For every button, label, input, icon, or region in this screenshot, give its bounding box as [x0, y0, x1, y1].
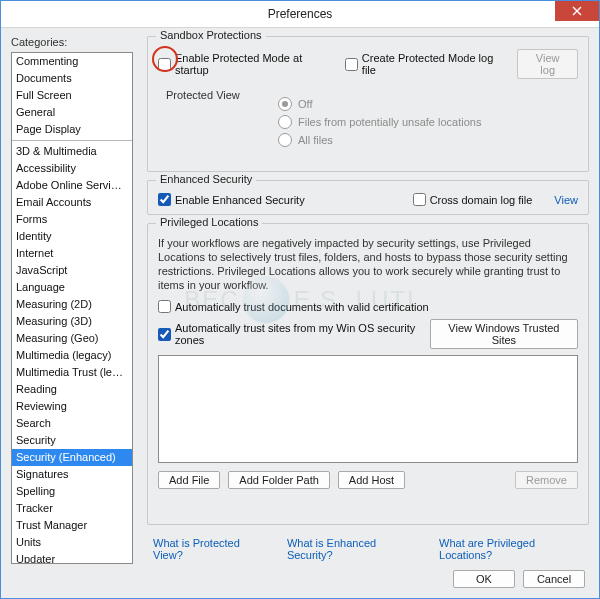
categories-label: Categories:: [11, 36, 139, 48]
category-item[interactable]: General: [12, 104, 132, 121]
ok-button[interactable]: OK: [453, 570, 515, 588]
protected-view-label: Protected View: [166, 89, 256, 101]
category-item[interactable]: Page Display: [12, 121, 132, 138]
close-icon: [572, 6, 582, 16]
category-item[interactable]: Language: [12, 279, 132, 296]
radio-icon: [278, 97, 292, 111]
protected-view-option[interactable]: Off: [278, 95, 481, 113]
add-file-button[interactable]: Add File: [158, 471, 220, 489]
dialog-body: Categories: CommentingDocumentsFull Scre…: [1, 28, 599, 564]
category-item[interactable]: Signatures: [12, 466, 132, 483]
category-item[interactable]: Internet: [12, 245, 132, 262]
enhanced-group-label: Enhanced Security: [156, 173, 256, 185]
dialog-footer: OK Cancel: [453, 570, 585, 588]
category-item[interactable]: Trust Manager: [12, 517, 132, 534]
what-is-enhanced-security-link[interactable]: What is Enhanced Security?: [287, 537, 423, 561]
privileged-locations-group: Privileged Locations If your workflows a…: [147, 223, 589, 525]
cross-domain-log-checkbox[interactable]: Cross domain log file: [413, 193, 533, 206]
radio-icon: [278, 133, 292, 147]
auto-trust-cert-label: Automatically trust documents with valid…: [175, 301, 429, 313]
category-item[interactable]: Documents: [12, 70, 132, 87]
help-links-row: What is Protected View? What is Enhanced…: [147, 533, 589, 561]
categories-pane: Categories: CommentingDocumentsFull Scre…: [1, 28, 139, 564]
enable-enhanced-security-checkbox[interactable]: Enable Enhanced Security: [158, 193, 305, 206]
category-item[interactable]: Email Accounts: [12, 194, 132, 211]
enable-protected-mode-label: Enable Protected Mode at startup: [175, 52, 327, 76]
category-item[interactable]: Multimedia (legacy): [12, 347, 132, 364]
protected-view-option[interactable]: Files from potentially unsafe locations: [278, 113, 481, 131]
auto-trust-os-checkbox[interactable]: Automatically trust sites from my Win OS…: [158, 322, 422, 346]
category-item[interactable]: Accessibility: [12, 160, 132, 177]
window-title: Preferences: [268, 7, 333, 21]
what-are-privileged-locations-link[interactable]: What are Privileged Locations?: [439, 537, 589, 561]
view-log-button[interactable]: View log: [517, 49, 578, 79]
category-item[interactable]: JavaScript: [12, 262, 132, 279]
what-is-protected-view-link[interactable]: What is Protected View?: [153, 537, 271, 561]
protected-view-option-label: Off: [298, 98, 312, 110]
category-item[interactable]: Multimedia Trust (legacy): [12, 364, 132, 381]
protected-view-option[interactable]: All files: [278, 131, 481, 149]
settings-pane: Sandbox Protections Enable Protected Mod…: [139, 28, 599, 564]
category-item[interactable]: Search: [12, 415, 132, 432]
category-item[interactable]: Measuring (Geo): [12, 330, 132, 347]
privileged-group-label: Privileged Locations: [156, 216, 262, 228]
categories-listbox[interactable]: CommentingDocumentsFull ScreenGeneralPag…: [11, 52, 133, 564]
category-item[interactable]: Identity: [12, 228, 132, 245]
enhanced-security-group: Enhanced Security Enable Enhanced Securi…: [147, 180, 589, 215]
auto-trust-os-label: Automatically trust sites from my Win OS…: [175, 322, 422, 346]
cross-domain-log-label: Cross domain log file: [430, 194, 533, 206]
category-item[interactable]: Updater: [12, 551, 132, 564]
category-item[interactable]: Measuring (2D): [12, 296, 132, 313]
create-pm-log-checkbox[interactable]: Create Protected Mode log file: [345, 52, 500, 76]
view-trusted-sites-button[interactable]: View Windows Trusted Sites: [430, 319, 578, 349]
category-item[interactable]: Adobe Online Services: [12, 177, 132, 194]
category-item[interactable]: Security (Enhanced): [12, 449, 132, 466]
preferences-window: Preferences Categories: CommentingDocume…: [0, 0, 600, 599]
sandbox-group-label: Sandbox Protections: [156, 29, 266, 41]
remove-button[interactable]: Remove: [515, 471, 578, 489]
category-item[interactable]: 3D & Multimedia: [12, 143, 132, 160]
category-item[interactable]: Spelling: [12, 483, 132, 500]
add-folder-path-button[interactable]: Add Folder Path: [228, 471, 330, 489]
protected-view-option-label: Files from potentially unsafe locations: [298, 116, 481, 128]
auto-trust-cert-checkbox[interactable]: Automatically trust documents with valid…: [158, 300, 429, 313]
cancel-button[interactable]: Cancel: [523, 570, 585, 588]
sandbox-protections-group: Sandbox Protections Enable Protected Mod…: [147, 36, 589, 172]
privileged-locations-list[interactable]: [158, 355, 578, 463]
category-item[interactable]: Full Screen: [12, 87, 132, 104]
protected-view-option-label: All files: [298, 134, 333, 146]
category-item[interactable]: Tracker: [12, 500, 132, 517]
category-item[interactable]: Measuring (3D): [12, 313, 132, 330]
enable-enhanced-security-label: Enable Enhanced Security: [175, 194, 305, 206]
window-close-button[interactable]: [555, 1, 599, 21]
category-item[interactable]: Reading: [12, 381, 132, 398]
enable-protected-mode-checkbox[interactable]: Enable Protected Mode at startup: [158, 52, 327, 76]
create-pm-log-label: Create Protected Mode log file: [362, 52, 500, 76]
category-item[interactable]: Reviewing: [12, 398, 132, 415]
add-host-button[interactable]: Add Host: [338, 471, 405, 489]
category-item[interactable]: Commenting: [12, 53, 132, 70]
view-link[interactable]: View: [554, 194, 578, 206]
category-separator: [12, 140, 132, 141]
radio-icon: [278, 115, 292, 129]
category-item[interactable]: Units: [12, 534, 132, 551]
titlebar: Preferences: [1, 1, 599, 28]
privileged-description: If your workflows are negatively impacte…: [158, 236, 578, 292]
protected-view-options: OffFiles from potentially unsafe locatio…: [278, 95, 481, 149]
category-item[interactable]: Security: [12, 432, 132, 449]
category-item[interactable]: Forms: [12, 211, 132, 228]
